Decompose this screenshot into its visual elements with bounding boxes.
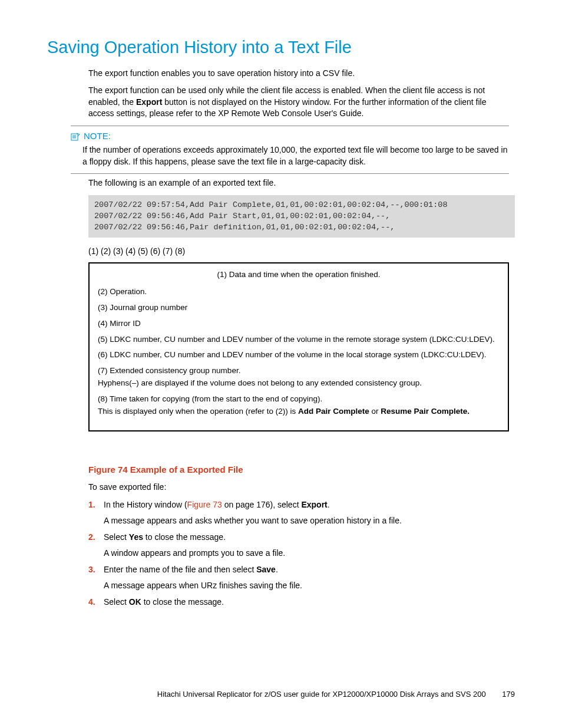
columns-label: (1) (2) (3) (4) (5) (6) (7) (8) [88,246,515,258]
legend-item-3: (3) Journal group number [98,302,500,314]
step-followup: A message appears when URz finishes savi… [104,580,515,592]
note-icon [71,131,80,140]
step-followup: A message appears and asks whether you w… [104,515,515,527]
step-number: 4. [88,597,95,608]
legend-item-1: (1) Data and time when the operation fin… [98,269,500,281]
text-run: Select [104,597,129,607]
legend-item-8b: This is displayed only when the operatio… [98,406,500,417]
text-bold: Export [301,500,327,509]
legend-item-7b: Hyphens(–) are displayed if the volume d… [98,378,500,389]
page-footer: Hitachi Universal Replicator for z/OS us… [0,689,562,700]
text-run: . [328,500,330,509]
save-intro: To save exported file: [88,482,509,493]
export-bold: Export [136,97,162,107]
intro-paragraph-1: The export function enables you to save … [88,68,509,80]
note-block: NOTE: If the number of operations exceed… [71,126,509,174]
text-run: In the History window ( [104,500,187,509]
text-run: on page 176), select [222,500,302,509]
step-2: 2. Select Yes to close the message. A wi… [88,532,515,559]
step-number: 2. [88,532,95,543]
footer-text: Hitachi Universal Replicator for z/OS us… [157,690,486,699]
step-3: 3. Enter the name of the file and then s… [88,564,515,592]
figure-caption: Figure 74 Example of a Exported File [88,463,515,476]
text-bold: OK [129,597,141,607]
note-label: NOTE: [84,130,111,142]
legend-item-6: (6) LDKC number, CU number and LDEV numb… [98,350,500,361]
text-bold: Save [256,565,276,574]
text-run: to close the message. [143,532,226,542]
divider [71,173,509,174]
divider [71,126,509,126]
step-1: 1. In the History window (Figure 73 on p… [88,499,515,527]
intro-paragraph-2: The export function can be used only whi… [88,85,509,120]
step-4: 4. Select OK to close the message. [88,597,515,608]
legend-item-5: (5) LDKC number, CU number and LDEV numb… [98,334,500,345]
example-intro: The following is an example of an export… [88,177,509,189]
legend-item-8a: (8) Time taken for copying (from the sta… [98,394,500,405]
legend-item-4: (4) Mirror ID [98,318,500,330]
text-run: to close the message. [141,597,224,607]
code-block: 2007/02/22 09:57:54,Add Pair Complete,01… [88,195,515,238]
page-number: 179 [502,689,515,700]
note-body: If the number of operations exceeds appr… [82,144,509,167]
text-bold: Yes [129,532,143,542]
text-bold: Add Pair Complete [298,407,369,416]
step-number: 1. [88,499,95,511]
page-title: Saving Operation History into a Text Fil… [47,35,515,60]
step-followup: A window appears and prompts you to save… [104,548,515,559]
legend-box: (1) Data and time when the operation fin… [88,262,509,431]
step-number: 3. [88,564,95,576]
text-run: . [276,565,278,574]
text-run: Enter the name of the file and then sele… [104,565,256,574]
figure-73-link[interactable]: Figure 73 [187,500,222,509]
legend-item-7a: (7) Extended consistency group number. [98,365,500,377]
text-run: Select [104,532,129,542]
text-run: or [369,407,381,416]
text-run: This is displayed only when the operatio… [98,407,298,416]
steps-list: 1. In the History window (Figure 73 on p… [88,499,515,608]
text-bold: Resume Pair Complete. [381,407,470,416]
legend-item-2: (2) Operation. [98,286,500,298]
